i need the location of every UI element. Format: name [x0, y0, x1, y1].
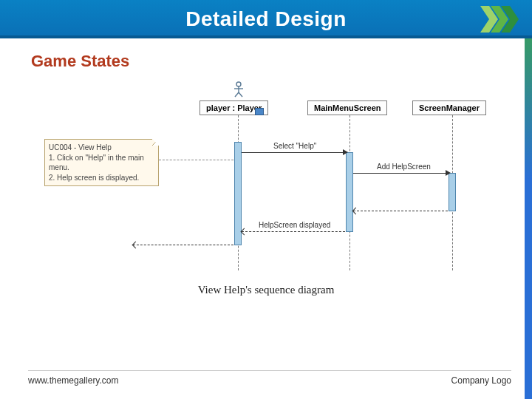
svg-point-3: [236, 82, 241, 86]
arrowhead-open-icon: [132, 242, 140, 249]
uml-note: UC004 - View Help 1. Click on "Help" in …: [44, 139, 159, 186]
section-heading: Game States: [31, 52, 532, 71]
arrowhead-open-icon: [352, 208, 360, 215]
return-arrow: [353, 211, 448, 211]
lifeline-screen-manager: ScreenManager: [412, 100, 486, 115]
footer-logo: Company Logo: [451, 375, 511, 386]
arrowhead-icon: [343, 149, 348, 155]
slide-header: Detailed Design: [0, 0, 532, 38]
sequence-diagram: player : Player MainMenuScreen ScreenMan…: [44, 81, 488, 273]
arrowhead-open-icon: [241, 228, 248, 236]
message-label: HelpScreen displayed: [259, 221, 330, 229]
object-icon: [255, 108, 264, 115]
return-arrow: [242, 231, 345, 232]
arrowhead-icon: [446, 170, 451, 176]
activation-bar: [234, 142, 242, 245]
svg-line-6: [235, 92, 239, 97]
activation-bar: [346, 152, 353, 232]
note-line: 1. Click on "Help" in the main menu.: [49, 153, 154, 173]
message-arrow: [242, 152, 345, 153]
return-arrow: [133, 245, 233, 245]
svg-line-7: [239, 92, 242, 97]
footer-url: www.themegallery.com: [28, 375, 118, 386]
chevron-decoration-icon: [480, 6, 522, 33]
message-label: Add HelpScreen: [377, 163, 431, 171]
lifeline-main-menu: MainMenuScreen: [307, 100, 387, 115]
side-accent-bar: [525, 0, 532, 399]
diagram-caption: View Help's sequence diagram: [0, 284, 532, 296]
slide-title: Detailed Design: [185, 7, 347, 31]
activation-bar: [449, 173, 456, 211]
note-line: 2. Help screen is displayed.: [49, 173, 154, 183]
note-title: UC004 - View Help: [49, 143, 154, 153]
message-arrow: [353, 173, 448, 174]
note-anchor-line: [159, 160, 237, 160]
actor-icon: [233, 81, 245, 98]
message-label: Select "Help": [273, 142, 316, 150]
slide-footer: www.themegallery.com Company Logo: [28, 370, 511, 386]
